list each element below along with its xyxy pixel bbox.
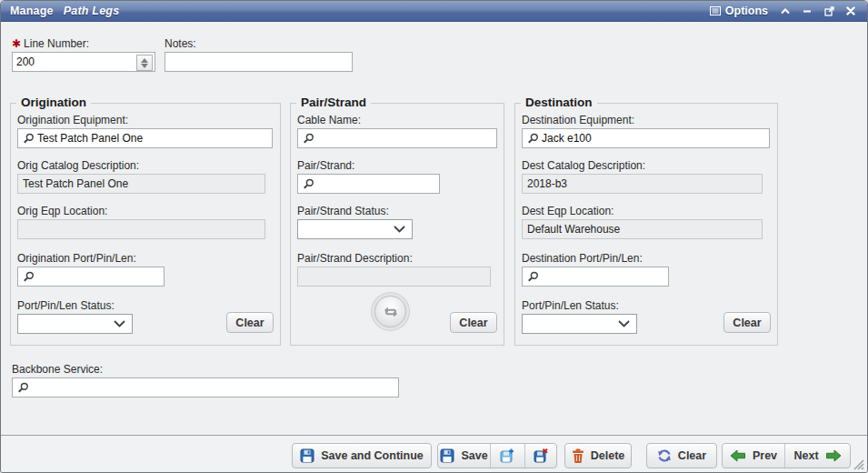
swap-refresh-button[interactable] [374,296,406,327]
pair-strand-description-field [297,267,491,287]
origination-port-field-box [17,267,165,287]
origination-equipment-input[interactable] [18,129,272,147]
spinner-down-icon [141,64,148,68]
orig-eqp-location-label: Orig Eqp Location: [17,205,107,217]
destination-equipment-label: Destination Equipment: [522,114,634,126]
trash-icon [572,448,584,463]
dest-eqp-location-label: Dest Eqp Location: [522,205,614,217]
close-button[interactable] [843,4,858,18]
destination-port-field-box [522,267,669,287]
resize-grip[interactable] [852,458,864,470]
delete-button[interactable]: Delete [564,443,632,468]
notes-label: Notes: [165,37,196,50]
destination-port-label: Destination Port/Pin/Len: [522,252,643,265]
pair-strand-clear-button[interactable]: Clear [450,312,497,333]
pair-strand-legend: Pair/Strand [296,96,371,109]
line-number-label: ✱Line Number: [12,37,89,50]
origination-equipment-label: Origination Equipment: [17,114,128,126]
origination-equipment-field-box [17,128,273,148]
save-and-new-button[interactable] [490,444,524,468]
chevron-up-icon [781,8,790,15]
prev-next-button-group: Prev Next [722,443,851,468]
window-title-emphasis: Path Legs [64,5,120,17]
pair-strand-label: Pair/Strand: [297,159,354,172]
backbone-service-label: Backbone Service: [12,363,103,376]
cable-name-label: Cable Name: [297,114,361,126]
cable-name-input[interactable] [298,129,496,147]
orig-eqp-location-field [17,219,265,239]
save-x-icon [534,448,548,463]
dest-eqp-location-field: Default Warehouse [522,219,763,239]
titlebar-controls: Options [707,4,858,18]
titlebar: Manage Path Legs Options [1,1,867,22]
save-and-continue-button[interactable]: Save and Continue [292,443,432,468]
origination-port-label: Origination Port/Pin/Len: [17,252,136,265]
chevron-down-icon [618,320,630,327]
minimize-button[interactable] [800,4,814,18]
notes-input[interactable] [165,53,352,71]
orig-catalog-description-field: Test Patch Panel One [17,174,265,194]
notes-field-box [165,52,353,72]
chevron-down-icon [394,226,405,233]
line-number-field-box [12,52,155,72]
required-marker: ✱ [12,37,21,50]
destination-status-select[interactable] [522,314,637,334]
save-plus-icon [500,448,514,463]
options-label: Options [725,5,768,17]
save-button-group: Save [437,443,557,468]
prev-button[interactable]: Prev [723,444,784,468]
save-icon [440,448,454,463]
destination-equipment-input[interactable] [523,129,769,147]
next-button[interactable]: Next [784,444,850,468]
origination-status-select[interactable] [17,314,133,334]
window-title-prefix: Manage [10,5,54,17]
orig-catalog-description-label: Orig Catalog Description: [17,159,139,172]
spinner-up-icon [141,58,148,63]
window-title: Manage Path Legs [10,5,119,17]
refresh-icon [657,448,672,463]
footer-toolbar: Save and Continue Save [1,435,867,473]
collapse-button[interactable] [778,4,793,18]
destination-port-input[interactable] [523,267,668,286]
backbone-service-field-box [12,377,399,398]
dest-catalog-description-field: 2018-b3 [522,174,763,194]
cable-name-field-box [297,128,497,148]
options-button[interactable]: Options [707,4,771,18]
manage-path-legs-window: Manage Path Legs Options [0,0,868,473]
options-list-icon [710,5,721,16]
destination-legend: Destination [521,96,597,109]
arrow-right-icon [825,449,842,462]
origination-clear-button[interactable]: Clear [226,312,274,333]
popout-icon [824,6,834,16]
origination-status-label: Port/Pin/Len Status: [17,299,115,312]
origination-port-input[interactable] [18,267,164,286]
destination-clear-button[interactable]: Clear [723,312,771,333]
save-button[interactable]: Save [438,444,490,468]
save-icon [300,448,314,463]
close-icon [846,6,855,15]
save-and-close-button[interactable] [524,444,556,468]
arrow-left-icon [730,449,746,462]
chevron-down-icon [114,320,125,327]
destination-equipment-field-box [522,128,770,148]
pair-strand-input[interactable] [298,175,439,193]
clear-button[interactable]: Clear [646,443,717,468]
pair-strand-description-label: Pair/Strand Description: [297,252,413,265]
destination-status-label: Port/Pin/Len Status: [522,299,619,312]
sync-loop-icon [383,304,399,320]
backbone-service-input[interactable] [13,378,398,397]
pair-strand-status-select[interactable] [297,219,413,239]
minimize-icon [803,6,812,15]
popout-button[interactable] [822,4,836,18]
origination-legend: Origination [16,96,91,109]
line-number-input[interactable] [13,53,155,71]
line-number-spinner[interactable] [136,55,153,71]
pair-strand-status-label: Pair/Strand Status: [297,205,389,217]
dest-catalog-description-label: Dest Catalog Description: [522,159,645,172]
pair-strand-field-box [297,174,440,194]
